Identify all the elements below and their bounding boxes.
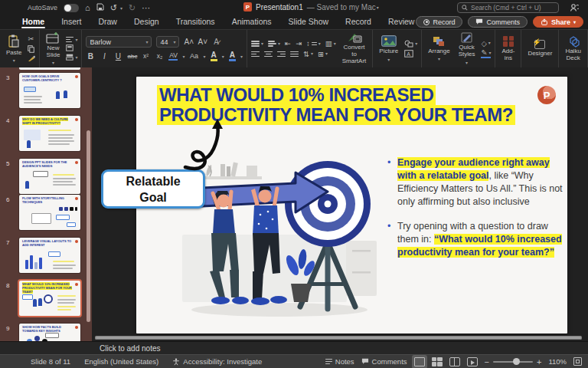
comments-button[interactable]: Comments: [468, 16, 528, 28]
relatable-goal-callout[interactable]: Relatable Goal: [101, 169, 205, 209]
shrink-font-button[interactable]: A˅: [198, 38, 207, 46]
tab-transitions[interactable]: Transitions: [168, 15, 224, 29]
align-left-button[interactable]: [251, 51, 260, 58]
section-button[interactable]: ▾: [66, 54, 77, 61]
tab-draw[interactable]: Draw: [90, 15, 126, 29]
text-highlight-button[interactable]: A: [211, 51, 217, 61]
thumbnail-slide-5[interactable]: 5 DESIGN PPT SLIDES FOR THE AUDIENCE'S N…: [0, 159, 92, 197]
underline-button[interactable]: U: [113, 52, 122, 61]
paste-dropdown-icon[interactable]: ▾: [13, 58, 15, 63]
justify-button[interactable]: [290, 51, 299, 58]
addins-button[interactable]: Add-ins: [499, 34, 517, 64]
align-right-button[interactable]: [277, 51, 286, 58]
decrease-indent-button[interactable]: ⇤: [285, 40, 291, 48]
thumbnail-slide-7[interactable]: 7 LEVERAGE VISUAL LAYOUTS TO ADD INTERES…: [0, 238, 92, 276]
thumbnail-slide-8[interactable]: 8 WHAT WOULD 10% INCREASED PRODUCTIVITY …: [0, 281, 92, 319]
superscript-button[interactable]: x²: [141, 52, 150, 60]
normal-view-button[interactable]: [414, 357, 425, 366]
columns-button[interactable]: ▥▾: [325, 40, 336, 48]
numbering-button[interactable]: ▾: [268, 41, 280, 47]
more-commands-icon[interactable]: ⋯: [142, 4, 150, 12]
zoom-slider[interactable]: [493, 361, 533, 363]
thumbnail-slide-8-selected[interactable]: WHAT WOULD 10% INCREASED PRODUCTIVITY ME…: [19, 281, 80, 316]
cut-button[interactable]: ✂: [28, 35, 35, 43]
text-box-button[interactable]: A: [404, 50, 417, 58]
text-direction-button[interactable]: ⇅▾: [303, 51, 313, 58]
language-indicator[interactable]: English (United States): [84, 357, 158, 366]
share-button[interactable]: Share▾: [533, 16, 583, 28]
align-center-button[interactable]: [264, 51, 273, 58]
layout-button[interactable]: ▾: [66, 37, 77, 43]
character-spacing-button[interactable]: AV: [168, 51, 178, 61]
font-size-select[interactable]: 44▾: [156, 36, 179, 48]
convert-smartart-button[interactable]: Convert to SmartArt: [340, 31, 369, 66]
notes-toggle-button[interactable]: Notes: [325, 357, 354, 366]
comments-toggle-button[interactable]: Comments: [361, 357, 407, 366]
thumbnail-slide-9[interactable]: 9 SHOW HOW FACTS BUILD TOWARDS KEY INSIG…: [0, 324, 92, 341]
title-dropdown-icon[interactable]: ▾: [377, 5, 379, 10]
zoom-slider-knob[interactable]: [513, 358, 520, 365]
copy-button[interactable]: [28, 45, 35, 53]
italic-button[interactable]: I: [100, 52, 109, 61]
home-icon[interactable]: ⌂: [85, 4, 90, 12]
arrange-button[interactable]: Arrange▾: [426, 34, 452, 64]
search-input[interactable]: Search (Cmd + Ctrl + U): [457, 2, 559, 13]
sidebar-scrollbar[interactable]: [87, 130, 90, 322]
format-painter-button[interactable]: [28, 55, 35, 62]
picture-dropdown-icon[interactable]: ▾: [387, 57, 390, 62]
subscript-button[interactable]: x₂: [155, 52, 164, 60]
zoom-control[interactable]: − +: [485, 357, 542, 366]
horizontal-scrollbar[interactable]: [95, 336, 582, 340]
font-color-button[interactable]: A: [229, 51, 236, 61]
slideshow-button[interactable]: [467, 357, 478, 366]
new-slide-dropdown-icon[interactable]: ▾: [52, 60, 54, 65]
increase-indent-button[interactable]: ⇥: [296, 40, 302, 48]
slide-bullet-list[interactable]: • Engage your audience right away with a…: [387, 156, 565, 271]
clear-formatting-button[interactable]: A̷: [211, 38, 220, 46]
paste-button[interactable]: Paste▾: [4, 33, 24, 65]
reading-view-button[interactable]: [449, 357, 460, 366]
line-spacing-button[interactable]: ↕▾: [306, 40, 321, 48]
new-slide-button[interactable]: New Slide▾: [44, 31, 62, 67]
undo-dropdown-icon[interactable]: ▾: [120, 5, 122, 11]
bold-button[interactable]: B: [86, 52, 95, 61]
fit-to-window-icon[interactable]: [573, 357, 582, 366]
shape-fill-button[interactable]: ◇▾: [481, 40, 491, 48]
autosave-toggle[interactable]: [64, 4, 79, 12]
quick-styles-button[interactable]: Quick Styles▾: [456, 31, 478, 67]
align-text-button[interactable]: ⊞▾: [318, 51, 328, 58]
notes-placeholder[interactable]: Click to add notes: [100, 344, 161, 353]
tab-slide-show[interactable]: Slide Show: [280, 15, 338, 29]
slide-sorter-view-button[interactable]: [432, 357, 443, 366]
haiku-deck-button[interactable]: Haiku Deck: [563, 34, 583, 64]
change-case-button[interactable]: Aa: [190, 52, 199, 60]
tab-home[interactable]: Home: [14, 15, 53, 29]
grow-font-button[interactable]: A˄: [184, 38, 193, 46]
tab-record[interactable]: Record: [337, 15, 380, 29]
zoom-out-button[interactable]: −: [485, 357, 489, 366]
reset-button[interactable]: [66, 44, 77, 51]
thumbnail-slide-4[interactable]: 4 WHY DO WE NEED A CULTURE SHIFT IN PROD…: [0, 116, 92, 154]
shapes-button[interactable]: ▾: [404, 40, 417, 48]
thumbnail-slide-6[interactable]: 6 FLOW WITH STORYTELLING TECHNIQUES: [0, 195, 92, 233]
thumbnail-slide-3[interactable]: 3 HOW OUR GOALS DRIVE CUSTOMER-CENTRICIT…: [0, 73, 92, 111]
font-name-select[interactable]: Barlow▾: [86, 36, 152, 48]
shape-outline-button[interactable]: ✎▾: [481, 49, 491, 58]
picture-button[interactable]: Picture▾: [377, 34, 400, 64]
strikethrough-button[interactable]: abc: [127, 53, 136, 60]
designer-button[interactable]: Designer: [525, 38, 554, 59]
zoom-in-button[interactable]: +: [537, 357, 541, 366]
accessibility-status[interactable]: Accessibility: Investigate: [172, 357, 262, 366]
zoom-percentage[interactable]: 110%: [548, 357, 567, 366]
undo-icon[interactable]: ↺: [110, 4, 117, 12]
record-button[interactable]: Record: [416, 16, 462, 28]
slide-2-thumbnail-partial[interactable]: [19, 67, 80, 70]
share-people-icon[interactable]: [570, 3, 579, 14]
notes-pane[interactable]: Click to add notes: [0, 341, 588, 354]
bullets-button[interactable]: ▾: [251, 41, 263, 47]
tab-design[interactable]: Design: [126, 15, 168, 29]
tab-insert[interactable]: Insert: [53, 15, 90, 29]
tab-animations[interactable]: Animations: [224, 15, 280, 29]
save-icon[interactable]: [96, 3, 104, 12]
doc-saved-status[interactable]: — Saved to my Mac: [307, 3, 376, 12]
